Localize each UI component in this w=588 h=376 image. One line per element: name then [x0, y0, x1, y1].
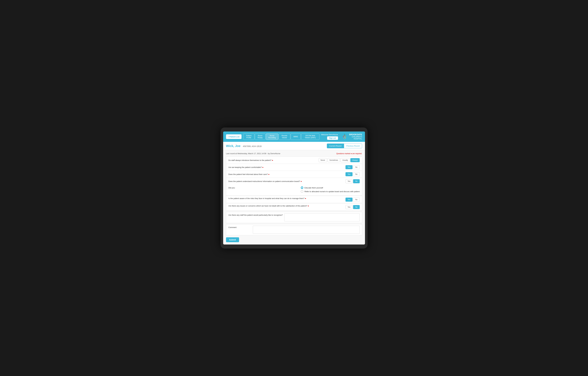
patient-bar: Wick, Joe 4567899, AGH-1B1B Current Roun… [223, 142, 365, 150]
patient-list-button[interactable]: Patient List [226, 134, 242, 139]
radio-circle-2 [301, 190, 303, 193]
question-text-q1: Do staff always introduce themselves to … [229, 159, 319, 161]
q5-no[interactable]: No [353, 198, 359, 202]
freq-sometimes[interactable]: Sometimes [327, 158, 340, 162]
question-row-q3: Does the patient feel informed about the… [226, 171, 362, 178]
question-row-q5: Is the patient aware of the risks they f… [226, 196, 362, 203]
radio-option-1[interactable]: Educate them yourself [301, 187, 359, 189]
signout-button[interactable]: Sign out [327, 136, 338, 140]
main-content: Last round at Wednesday, March 17, 2021 … [223, 150, 365, 244]
question-text-q6: Are there any issues or concerns which w… [229, 205, 346, 207]
q4-no[interactable]: No [353, 179, 359, 183]
question-text-q3: Does the patient feel informed about the… [229, 173, 346, 175]
question-controls-q4: Yes No [346, 179, 360, 183]
tab-dicom[interactable]: DICOM Web Viewer (DWV) [301, 134, 319, 140]
tablet-screen: Patient List Patient Profile Room Ready … [223, 132, 365, 244]
freq-always[interactable]: Always [350, 158, 359, 162]
q4-yes[interactable]: Yes [346, 179, 353, 183]
question-text-q4: Does the patient understand instructions… [229, 180, 346, 182]
question-row-q2: Are we keeping the patient comfortable? … [226, 164, 362, 171]
question-row-q1: Do staff always introduce themselves to … [226, 157, 362, 164]
patient-name: Wick, Joe [226, 144, 241, 148]
last-round-bar: Last round at Wednesday, March 17, 2021 … [226, 152, 362, 155]
q7-textarea[interactable] [284, 213, 360, 221]
logo-childrens: CHILDREN'S [349, 136, 362, 138]
question-text-q5: Is the patient aware of the risks they f… [229, 197, 346, 199]
q5-yes[interactable]: Yes [346, 198, 353, 202]
tab-nurse-rounding[interactable]: Nurse Rounding [266, 134, 278, 140]
radio-circle-1 [301, 187, 303, 189]
current-round-button[interactable]: Current Round [327, 144, 344, 148]
question-row-q6: Are there any issues or concerns which w… [226, 203, 362, 211]
q3-no[interactable]: No [353, 172, 359, 176]
header-right: Welcome DemoNurse Sign out [321, 134, 338, 140]
q2-no[interactable]: No [353, 165, 359, 169]
comment-section: Comment [226, 224, 362, 235]
required-dot: ● [351, 153, 352, 155]
previous-round-button[interactable]: Previous Round [344, 144, 362, 148]
radio-option-2[interactable]: Refer to allocated nurse/s to update boa… [301, 190, 359, 193]
logo-hospital: HOSPITAL [349, 138, 362, 140]
last-round-text: Last round at Wednesday, March 17, 2021 … [226, 152, 280, 155]
svg-point-1 [343, 138, 347, 140]
tab-mims[interactable]: MIMS [291, 134, 301, 140]
radio-section: Did you: Educate them yourself Refer to … [226, 185, 362, 196]
question-controls-q5: Yes No [346, 197, 360, 202]
did-you-label: Did you: [229, 187, 298, 189]
question-controls-q6: Yes No [346, 205, 360, 209]
header: Patient List Patient Profile Room Ready … [223, 132, 365, 142]
logo-area: BROOKGATE CHILDREN'S HOSPITAL [341, 133, 362, 140]
radio-label-1: Educate them yourself [304, 187, 323, 189]
nav-tabs: Patient Profile Room Ready Nurse Roundin… [243, 134, 319, 140]
required-note: Questions marked ● are required. [336, 153, 362, 155]
welcome-text: Welcome DemoNurse [321, 134, 338, 136]
question-controls-q2: Yes No [346, 165, 360, 169]
tablet-frame: Patient List Patient Profile Room Ready … [220, 127, 368, 249]
q6-yes[interactable]: Yes [346, 205, 353, 209]
patient-id: 4567899, AGH-1B1B [243, 145, 262, 147]
question-controls-q1: Never Sometimes Usually Always [319, 158, 359, 162]
q7-label: Are there any staff the patient would pa… [229, 213, 283, 216]
logo-icon [341, 133, 348, 140]
q3-yes[interactable]: Yes [346, 172, 353, 176]
submit-button[interactable]: Submit [226, 237, 239, 242]
question-controls-q3: Yes No [346, 172, 360, 176]
comment-label: Comment [229, 226, 252, 229]
radio-options: Educate them yourself Refer to allocated… [301, 187, 359, 194]
logo-text: BROOKGATE CHILDREN'S HOSPITAL [349, 133, 362, 140]
freq-usually[interactable]: Usually [340, 158, 350, 162]
tab-results-viewer[interactable]: Results Viewer [279, 134, 290, 140]
round-buttons: Current Round Previous Round [327, 144, 362, 148]
tab-patient-profile[interactable]: Patient Profile [243, 134, 254, 140]
question-row-q4: Does the patient understand instructions… [226, 178, 362, 185]
q6-no[interactable]: No [353, 205, 359, 209]
question-text-q2: Are we keeping the patient comfortable? … [229, 166, 346, 168]
comment-textarea[interactable] [253, 226, 360, 234]
radio-label-2: Refer to allocated nurse/s to update boa… [304, 190, 359, 193]
logo-brookgate: BROOKGATE [349, 133, 362, 136]
freq-never[interactable]: Never [319, 158, 327, 162]
question-row-q7: Are there any staff the patient would pa… [226, 212, 362, 223]
patient-info: Wick, Joe 4567899, AGH-1B1B [226, 144, 262, 148]
q2-yes[interactable]: Yes [346, 165, 353, 169]
tab-room-ready[interactable]: Room Ready [255, 134, 265, 140]
